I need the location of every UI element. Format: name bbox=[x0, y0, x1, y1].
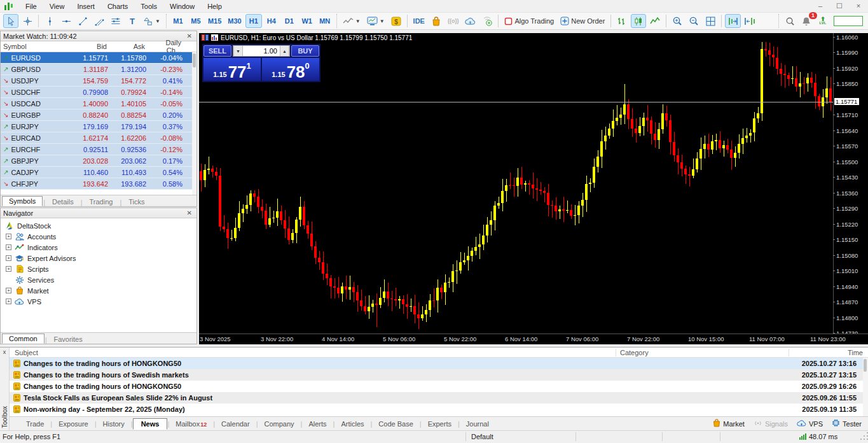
buy-button[interactable]: BUY bbox=[291, 45, 319, 57]
text-tool-button[interactable]: T bbox=[125, 14, 140, 28]
toolbox-button-market[interactable]: Market bbox=[713, 419, 745, 428]
volume-value[interactable]: 1.00 bbox=[243, 46, 280, 56]
vps-cloud-button[interactable] bbox=[462, 14, 478, 28]
market-watch-row-chfjpy[interactable]: ↘CHFJPY193.642193.6820.58% bbox=[1, 178, 196, 190]
market-watch-close-icon[interactable]: ✕ bbox=[185, 32, 194, 39]
chart-mini-icon[interactable] bbox=[211, 34, 218, 41]
sell-button[interactable]: SELL bbox=[203, 45, 231, 57]
navigator-item-scripts[interactable]: +Scripts bbox=[3, 264, 196, 274]
market-bag-button[interactable] bbox=[429, 14, 444, 28]
timeframe-d1[interactable]: D1 bbox=[281, 14, 298, 28]
navigator-item-services[interactable]: Services bbox=[3, 274, 196, 285]
market-watch-row-cadjpy[interactable]: ↗CADJPY110.460110.4930.54% bbox=[1, 167, 196, 178]
zoom-in-button[interactable] bbox=[670, 14, 685, 28]
market-watch-row-gbpjpy[interactable]: ↗GBPJPY203.028203.0620.17% bbox=[1, 155, 196, 167]
menu-window[interactable]: Window bbox=[163, 1, 201, 11]
market-watch-row-gbpusd[interactable]: ↗GBPUSD1.311871.31200-0.23% bbox=[1, 64, 196, 75]
market-watch-row-usdjpy[interactable]: ↘USDJPY154.759154.7720.41% bbox=[1, 75, 196, 87]
navigator-item-indicators[interactable]: +Indicators bbox=[3, 242, 196, 253]
toolbox-button-signals[interactable]: Signals bbox=[754, 420, 788, 428]
minimize-button[interactable]: – bbox=[811, 1, 830, 11]
expand-icon[interactable]: + bbox=[6, 299, 11, 304]
timeframe-m15[interactable]: M15 bbox=[205, 14, 224, 28]
menu-tools[interactable]: Tools bbox=[134, 1, 163, 11]
navigator-close-icon[interactable]: ✕ bbox=[185, 209, 194, 216]
tab-symbols[interactable]: Symbols bbox=[2, 196, 43, 206]
tab-common[interactable]: Common bbox=[2, 334, 45, 344]
market-watch-row-eurusd[interactable]: ↗EURUSD1.157711.15780-0.04% bbox=[1, 52, 196, 64]
broadcast-add-button[interactable] bbox=[479, 14, 495, 28]
toolbox-button-vps[interactable]: VPS bbox=[797, 419, 823, 428]
expand-icon[interactable]: + bbox=[6, 266, 11, 272]
toolbox-tab-mailbox[interactable]: Mailbox12 bbox=[169, 419, 213, 429]
market-watch-row-usdcad[interactable]: ↘USDCAD1.400901.40105-0.05% bbox=[1, 98, 196, 109]
navigator-item-accounts[interactable]: +Accounts bbox=[3, 231, 196, 242]
menu-file[interactable]: File bbox=[19, 1, 43, 11]
time-axis[interactable]: 3 Nov 20253 Nov 22:004 Nov 14:005 Nov 06… bbox=[199, 334, 868, 344]
lvl-input[interactable] bbox=[834, 16, 863, 26]
price-axis[interactable]: 1.160601.159901.159201.158501.157101.156… bbox=[833, 33, 868, 334]
timeframe-m30[interactable]: M30 bbox=[225, 14, 244, 28]
buy-price-display[interactable]: 1.15780 bbox=[262, 58, 319, 81]
expand-icon[interactable]: + bbox=[6, 234, 11, 239]
chart-shift-button[interactable] bbox=[742, 14, 758, 28]
volume-decrease-button[interactable]: ▼ bbox=[233, 46, 243, 56]
timeframe-h4[interactable]: H4 bbox=[263, 14, 280, 28]
timeframe-m1[interactable]: M1 bbox=[170, 14, 186, 28]
timeframe-mn[interactable]: MN bbox=[317, 14, 333, 28]
crosshair-tool-button[interactable] bbox=[20, 14, 35, 28]
chart-objects-dropdown-arrow-icon[interactable]: ▼ bbox=[355, 18, 361, 24]
close-button[interactable]: × bbox=[849, 1, 868, 11]
column-symbol[interactable]: Symbol bbox=[1, 43, 72, 50]
tile-windows-button[interactable] bbox=[703, 14, 718, 28]
trendline-tool-button[interactable] bbox=[75, 14, 90, 28]
shapes-tool-button[interactable]: ▼ bbox=[141, 14, 163, 28]
menu-insert[interactable]: Insert bbox=[71, 1, 101, 11]
market-watch-row-eurjpy[interactable]: ↗EURJPY179.169179.1940.37% bbox=[1, 121, 196, 132]
candlestick-type-button[interactable] bbox=[631, 14, 646, 28]
toolbox-tab-articles[interactable]: Articles bbox=[334, 419, 370, 429]
ide-button[interactable]: IDE bbox=[411, 14, 427, 28]
navigator-item-expert-advisors[interactable]: +Expert Advisors bbox=[3, 253, 196, 264]
market-watch-row-eurgbp[interactable]: ↘EURGBP0.882400.882540.20% bbox=[1, 109, 196, 121]
vertical-line-tool-button[interactable] bbox=[42, 14, 57, 28]
navigator-item-vps[interactable]: +VPS bbox=[3, 296, 196, 307]
volume-increase-button[interactable]: ▲ bbox=[280, 46, 289, 56]
depth-of-market-icon[interactable] bbox=[202, 34, 209, 41]
toolbox-tab-journal[interactable]: Journal bbox=[460, 419, 495, 429]
timeframe-m5[interactable]: M5 bbox=[188, 14, 204, 28]
toolbox-button-tester[interactable]: Tester bbox=[832, 419, 862, 428]
new-order-button[interactable]: New Order bbox=[558, 14, 607, 28]
toolbox-side-label[interactable]: Toolbox bbox=[1, 406, 8, 428]
tab-favorites[interactable]: Favorites bbox=[47, 335, 88, 344]
channel-tool-button[interactable] bbox=[92, 14, 107, 28]
menu-view[interactable]: View bbox=[43, 1, 71, 11]
navigator-item-market[interactable]: +Market bbox=[3, 285, 196, 296]
chart-window[interactable]: EURUSD, H1: Euro vs US Dollar 1.15769 1.… bbox=[199, 33, 868, 344]
zoom-out-button[interactable] bbox=[686, 14, 701, 28]
sell-price-display[interactable]: 1.15771 bbox=[203, 58, 261, 81]
toolbox-tab-news[interactable]: News bbox=[133, 418, 168, 430]
indicators-dropdown-arrow-icon[interactable]: ▼ bbox=[380, 18, 385, 24]
toolbox-tab-code-base[interactable]: Code Base bbox=[372, 419, 419, 429]
lvl-button[interactable]: ⬆LVL bbox=[815, 14, 830, 28]
market-watch-row-eurcad[interactable]: ↘EURCAD1.621741.62206-0.08% bbox=[1, 132, 196, 144]
column-category[interactable]: Category bbox=[616, 349, 789, 356]
statusbar-profile[interactable]: Default bbox=[466, 433, 575, 440]
expand-icon[interactable]: + bbox=[6, 288, 11, 293]
news-row[interactable]: Changes to the trading hours of HONGKONG… bbox=[10, 358, 863, 369]
toolbox-tab-history[interactable]: History bbox=[97, 419, 131, 429]
resize-grip[interactable] bbox=[859, 431, 868, 442]
shapes-dropdown-arrow-icon[interactable]: ▼ bbox=[155, 18, 160, 24]
bar-chart-type-button[interactable] bbox=[614, 14, 630, 28]
column-ask[interactable]: Ask bbox=[109, 43, 148, 50]
tab-ticks[interactable]: Ticks bbox=[122, 197, 151, 206]
search-button[interactable] bbox=[782, 14, 797, 28]
notifications-button[interactable]: 1 bbox=[799, 14, 814, 28]
column-time[interactable]: Time bbox=[789, 349, 868, 356]
news-scrollbar[interactable] bbox=[863, 358, 868, 416]
toolbox-tab-alerts[interactable]: Alerts bbox=[302, 419, 333, 429]
candlestick-plot[interactable] bbox=[199, 42, 833, 334]
menu-charts[interactable]: Charts bbox=[101, 1, 134, 11]
signals-button[interactable]: ((o)) bbox=[445, 14, 462, 28]
